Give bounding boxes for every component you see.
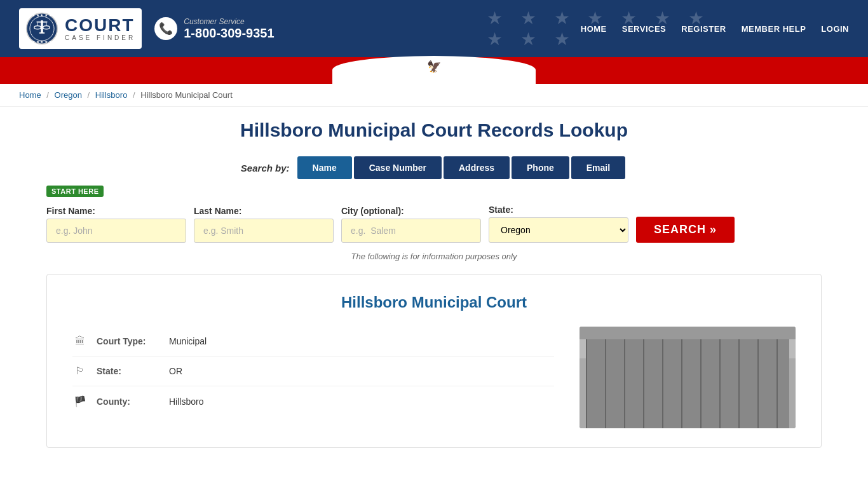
state-group: State: Oregon Alabama Alaska Arizona Ark…	[489, 205, 628, 243]
svg-rect-11	[580, 327, 796, 428]
info-card: Hillsboro Municipal Court 🏛 Court Type: …	[46, 274, 822, 448]
svg-text:★ ★ ★ ★ ★: ★ ★ ★ ★ ★	[32, 13, 52, 17]
cs-text: Customer Service 1-800-309-9351	[184, 17, 274, 41]
svg-rect-38	[719, 358, 722, 428]
city-input[interactable]	[341, 219, 481, 243]
tab-name[interactable]: Name	[297, 156, 352, 179]
banner-arc: 🦅	[332, 56, 536, 84]
court-type-value: Municipal	[169, 336, 207, 346]
svg-rect-14	[592, 358, 783, 428]
phone-icon: 📞	[154, 17, 177, 40]
breadcrumb-sep-2: /	[88, 90, 90, 100]
tab-case-number[interactable]: Case Number	[354, 156, 442, 179]
state-row-label: State:	[97, 366, 160, 376]
svg-rect-13	[580, 327, 796, 358]
tab-phone[interactable]: Phone	[512, 156, 569, 179]
breadcrumb-oregon[interactable]: Oregon	[55, 90, 82, 100]
svg-rect-25	[675, 384, 694, 396]
svg-rect-18	[675, 365, 694, 377]
court-info-rows: 🏛 Court Type: Municipal 🏳 State: OR 🏴 Co…	[72, 327, 554, 428]
nav-member-help[interactable]: MEMBER HELP	[742, 24, 806, 34]
breadcrumb: Home / Oregon / Hillsboro / Hillsboro Mu…	[0, 84, 868, 107]
svg-rect-12	[580, 327, 796, 352]
state-select[interactable]: Oregon Alabama Alaska Arizona Arkansas C…	[489, 217, 628, 243]
county-row-label: County:	[97, 396, 160, 407]
tab-address[interactable]: Address	[444, 156, 510, 179]
svg-rect-10	[39, 32, 45, 34]
svg-rect-17	[649, 365, 668, 377]
logo-subtitle: CASE FINDER	[65, 34, 135, 41]
search-button[interactable]: SEARCH »	[636, 217, 735, 243]
tab-email[interactable]: Email	[571, 156, 625, 179]
disclaimer-text: The following is for information purpose…	[46, 252, 822, 261]
banner-decoration: 🦅 ★ ★ ★ ★ ★ ★ ★ ★	[0, 65, 868, 84]
svg-rect-37	[694, 358, 696, 428]
breadcrumb-sep-3: /	[133, 90, 135, 100]
building-svg	[580, 327, 796, 428]
header-left: ★ ★ ★ ★ ★ ★ ★ ★ ★ ★ COURT CASE FINDER 📞 …	[19, 8, 275, 49]
court-type-row: 🏛 Court Type: Municipal	[72, 327, 554, 356]
city-label: City (optional):	[341, 206, 481, 216]
nav-login[interactable]: LOGIN	[821, 24, 849, 34]
last-name-label: Last Name:	[194, 206, 334, 216]
svg-rect-34	[618, 358, 620, 428]
last-name-group: Last Name:	[194, 206, 334, 243]
svg-text:★ ★ ★ ★ ★: ★ ★ ★ ★ ★	[32, 40, 52, 44]
svg-rect-30	[624, 403, 643, 416]
logo-emblem-icon: ★ ★ ★ ★ ★ ★ ★ ★ ★ ★	[25, 12, 58, 45]
breadcrumb-current: Hillsboro Municipal Court	[140, 90, 233, 100]
header-stars-decoration: ★ ★ ★ ★ ★ ★ ★ ★ ★ ★	[487, 0, 741, 57]
start-here-badge-wrapper: START HERE	[46, 186, 822, 201]
flag-icon: 🏳	[72, 365, 88, 377]
state-label: State:	[489, 205, 628, 215]
cs-label: Customer Service	[184, 17, 274, 26]
svg-rect-20	[726, 365, 745, 377]
location-icon: 🏴	[72, 395, 88, 407]
first-name-input[interactable]	[46, 219, 186, 243]
breadcrumb-sep-1: /	[46, 90, 49, 100]
building-photo-sim	[580, 327, 796, 428]
search-by-label: Search by:	[241, 163, 290, 173]
building-icon: 🏛	[72, 336, 88, 347]
first-name-group: First Name:	[46, 206, 186, 243]
svg-rect-29	[599, 403, 618, 416]
logo[interactable]: ★ ★ ★ ★ ★ ★ ★ ★ ★ ★ COURT CASE FINDER	[19, 8, 142, 49]
page-title: Hillsboro Municipal Court Records Lookup	[46, 119, 822, 141]
breadcrumb-hillsboro[interactable]: Hillsboro	[95, 90, 128, 100]
svg-rect-16	[624, 365, 643, 377]
svg-rect-19	[700, 365, 719, 377]
county-row: 🏴 County: Hillsboro	[72, 386, 554, 416]
svg-rect-5	[36, 22, 47, 23]
svg-rect-36	[668, 358, 671, 428]
main-content: Hillsboro Municipal Court Records Lookup…	[27, 107, 841, 461]
cs-phone: 1-800-309-9351	[184, 26, 274, 41]
svg-rect-32	[700, 403, 719, 416]
svg-rect-27	[726, 384, 745, 396]
logo-text: COURT CASE FINDER	[65, 17, 135, 41]
svg-rect-28	[751, 384, 770, 396]
svg-rect-24	[649, 384, 668, 396]
search-by-row: Search by: Name Case Number Address Phon…	[46, 156, 822, 179]
search-form: First Name: Last Name: City (optional): …	[46, 205, 822, 243]
state-row-value: OR	[169, 366, 182, 376]
state-row: 🏳 State: OR	[72, 356, 554, 386]
svg-rect-22	[599, 384, 618, 396]
city-group: City (optional):	[341, 206, 481, 243]
court-type-label: Court Type:	[97, 336, 160, 346]
court-name: Hillsboro Municipal Court	[72, 294, 796, 311]
svg-rect-31	[675, 403, 694, 416]
svg-rect-26	[700, 384, 719, 396]
breadcrumb-home[interactable]: Home	[19, 90, 41, 100]
svg-rect-15	[599, 365, 618, 377]
svg-rect-35	[643, 358, 646, 428]
svg-rect-21	[751, 365, 770, 377]
site-header: ★ ★ ★ ★ ★ ★ ★ ★ ★ ★ COURT CASE FINDER 📞 …	[0, 0, 868, 57]
svg-rect-23	[624, 384, 643, 396]
customer-service: 📞 Customer Service 1-800-309-9351	[154, 17, 274, 41]
svg-rect-33	[751, 403, 770, 416]
search-form-area: START HERE First Name: Last Name: City (…	[46, 186, 822, 243]
county-row-value: Hillsboro	[169, 396, 203, 407]
last-name-input[interactable]	[194, 219, 334, 243]
court-image	[580, 327, 796, 428]
eagle-icon: 🦅	[427, 60, 441, 74]
